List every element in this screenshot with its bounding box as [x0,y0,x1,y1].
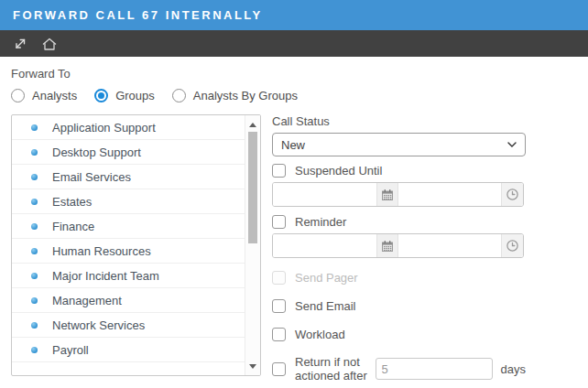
reminder-datetime [272,233,524,258]
suspended-until-checkbox[interactable] [272,164,286,178]
radio-label: Analysts [32,89,77,102]
list-item[interactable]: Payroll [12,338,245,362]
suspended-time-input[interactable] [398,183,501,206]
bullet-icon [31,322,38,329]
return-row: Return if not actioned after days [272,355,526,383]
return-label: Return if not actioned after [295,355,369,383]
send-pager-row: Send Pager [272,271,526,285]
reminder-checkbox[interactable] [272,215,286,229]
send-email-row: Send Email [272,299,526,313]
clock-icon[interactable] [501,183,523,206]
bullet-icon [31,248,38,254]
reminder-date-input[interactable] [273,234,376,257]
list-item-label: Payroll [52,343,89,357]
reminder-label: Reminder [295,215,346,229]
return-days-input[interactable] [376,358,493,380]
list-item-label: Application Support [52,121,156,135]
days-label: days [501,362,526,376]
radio-option-groups[interactable]: Groups [94,89,155,102]
bullet-icon [31,273,38,279]
scrollbar[interactable] [245,115,260,375]
suspended-datetime [272,182,524,207]
reminder-row: Reminder [272,215,526,229]
list-item-label: Estates [52,195,92,209]
list-item-label: Major Incident Team [52,269,159,283]
radio-icon[interactable] [11,89,25,102]
radio-label: Analysts By Groups [193,89,298,102]
scroll-down-icon[interactable] [245,359,260,373]
scroll-up-icon[interactable] [245,117,260,132]
suspended-until-label: Suspended Until [295,164,382,178]
list-item-label: Desktop Support [52,146,141,159]
toolbar [0,30,588,57]
groups-listbox: Application SupportDesktop SupportEmail … [11,114,261,376]
home-icon[interactable] [40,35,59,53]
list-item-label: Management [52,294,122,307]
list-item[interactable]: Human Resources [12,239,245,264]
radio-label: Groups [115,89,155,102]
collapse-icon[interactable] [11,35,29,53]
radio-icon[interactable] [94,89,108,102]
list-item-label: Email Services [52,170,131,184]
calendar-icon[interactable] [376,183,398,206]
send-email-label: Send Email [295,299,355,313]
call-status-select[interactable]: New [272,133,526,156]
return-checkbox[interactable] [272,362,286,376]
list-item[interactable]: Application Support [12,115,245,140]
call-status-value: New [281,138,305,152]
forward-to-label: Forward To [11,67,588,81]
forward-to-options: AnalystsGroupsAnalysts By Groups [11,89,588,102]
bullet-icon [31,347,38,353]
bullet-icon [31,199,38,205]
workload-checkbox[interactable] [272,328,286,341]
list-item-label: Network Services [52,318,145,332]
list-item[interactable]: Finance [12,214,245,239]
chevron-down-icon [507,142,517,147]
radio-option-analysts-by-groups[interactable]: Analysts By Groups [172,89,298,102]
call-status-label: Call Status [272,114,526,128]
radio-icon[interactable] [172,89,186,102]
bullet-icon [31,174,38,180]
send-email-checkbox[interactable] [272,299,286,313]
suspended-until-row: Suspended Until [272,164,526,178]
bullet-icon [31,223,38,230]
list-item[interactable]: Major Incident Team [12,264,245,288]
workload-row: Workload [272,328,526,341]
groups-list: Application SupportDesktop SupportEmail … [12,115,245,362]
send-pager-label: Send Pager [295,271,358,285]
list-item[interactable]: Network Services [12,313,245,338]
list-item-label: Human Resources [52,244,151,258]
options-panel: Call Status New Suspended Until [272,114,526,383]
suspended-date-input[interactable] [273,183,376,206]
radio-option-analysts[interactable]: Analysts [11,89,77,102]
workload-label: Workload [295,328,345,341]
bullet-icon [31,297,38,304]
bullet-icon [31,124,38,131]
calendar-icon[interactable] [376,234,398,257]
list-item[interactable]: Email Services [12,165,245,189]
send-pager-checkbox [272,271,286,285]
list-item[interactable]: Management [12,288,245,313]
list-item[interactable]: Estates [12,189,245,214]
bullet-icon [31,149,38,156]
clock-icon[interactable] [501,234,523,257]
list-item-label: Finance [52,220,94,233]
window-title: FORWARD CALL 67 INTERNALLY [0,0,588,30]
list-item[interactable]: Desktop Support [12,140,245,165]
scrollbar-thumb[interactable] [248,132,257,243]
reminder-time-input[interactable] [398,234,501,257]
forward-call-panel: Forward To AnalystsGroupsAnalysts By Gro… [0,67,588,383]
